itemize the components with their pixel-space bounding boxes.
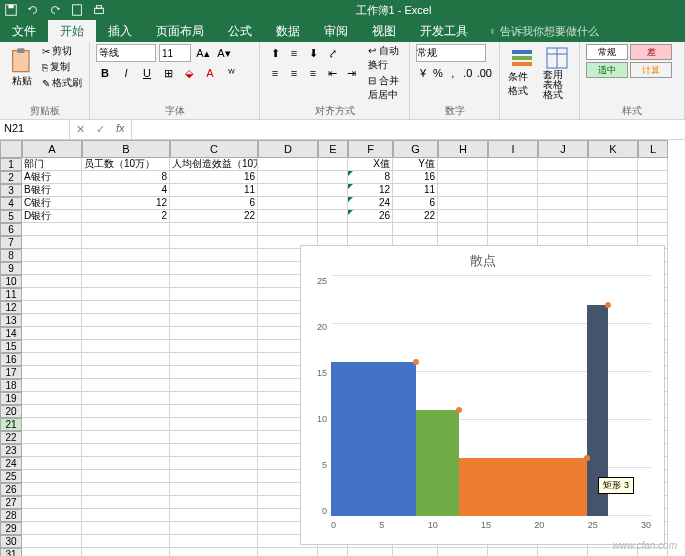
cell[interactable] (82, 392, 170, 405)
row-header[interactable]: 7 (0, 236, 22, 249)
phonetic-button[interactable]: ᵂ (222, 64, 240, 82)
cell[interactable] (22, 301, 82, 314)
cell[interactable] (22, 366, 82, 379)
cell[interactable] (170, 522, 258, 535)
cut-button[interactable]: ✂剪切 (42, 44, 82, 58)
cell[interactable]: 12 (82, 197, 170, 210)
cell[interactable] (22, 509, 82, 522)
cell[interactable] (82, 366, 170, 379)
align-center-button[interactable]: ≡ (285, 64, 303, 82)
chart-scatter-point[interactable] (456, 407, 462, 413)
col-header-A[interactable]: A (22, 140, 82, 158)
align-middle-button[interactable]: ≡ (285, 44, 303, 62)
cell[interactable]: 2 (82, 210, 170, 223)
cell[interactable] (170, 535, 258, 548)
cell[interactable] (22, 288, 82, 301)
cell[interactable] (488, 197, 538, 210)
cell[interactable] (82, 496, 170, 509)
cell[interactable] (393, 548, 438, 556)
cell[interactable] (170, 262, 258, 275)
col-header-H[interactable]: H (438, 140, 488, 158)
cell[interactable] (318, 184, 348, 197)
indent-dec-button[interactable]: ⇤ (323, 64, 341, 82)
cell[interactable] (638, 171, 668, 184)
cell[interactable] (22, 431, 82, 444)
cell[interactable] (82, 262, 170, 275)
tab-formulas[interactable]: 公式 (216, 20, 264, 42)
cell[interactable] (588, 223, 638, 236)
name-box[interactable]: N21 (0, 120, 70, 139)
row-header[interactable]: 23 (0, 444, 22, 457)
cell[interactable] (438, 171, 488, 184)
row-header[interactable]: 20 (0, 405, 22, 418)
cell[interactable] (393, 223, 438, 236)
cell[interactable] (258, 184, 318, 197)
cell[interactable] (170, 379, 258, 392)
row-header[interactable]: 18 (0, 379, 22, 392)
cell[interactable]: 11 (393, 184, 438, 197)
row-header[interactable]: 31 (0, 548, 22, 556)
chart-scatter-point[interactable] (584, 455, 590, 461)
cell[interactable] (170, 314, 258, 327)
row-header[interactable]: 19 (0, 392, 22, 405)
tell-me-search[interactable]: ♀ 告诉我你想要做什么 (480, 20, 607, 42)
row-header[interactable]: 12 (0, 301, 22, 314)
cell[interactable] (22, 457, 82, 470)
align-left-button[interactable]: ≡ (266, 64, 284, 82)
cell[interactable] (438, 197, 488, 210)
row-header[interactable]: 24 (0, 457, 22, 470)
cell[interactable] (82, 275, 170, 288)
row-header[interactable]: 11 (0, 288, 22, 301)
cell[interactable] (82, 236, 170, 249)
copy-button[interactable]: ⎘复制 (42, 60, 82, 74)
cell[interactable]: 26 (348, 210, 393, 223)
cell[interactable] (82, 314, 170, 327)
cell[interactable] (438, 158, 488, 171)
cell[interactable] (170, 509, 258, 522)
undo-icon[interactable] (26, 3, 40, 17)
align-right-button[interactable]: ≡ (304, 64, 322, 82)
cell[interactable] (82, 509, 170, 522)
cell[interactable] (170, 223, 258, 236)
underline-button[interactable]: U (138, 64, 156, 82)
chart-bar[interactable] (416, 410, 459, 516)
row-header[interactable]: 10 (0, 275, 22, 288)
cell[interactable] (170, 483, 258, 496)
cell[interactable] (488, 184, 538, 197)
cell[interactable] (258, 548, 318, 556)
cell[interactable] (170, 457, 258, 470)
currency-button[interactable]: ¥ (416, 64, 430, 82)
cancel-formula-button[interactable]: ✕ (70, 120, 90, 139)
cell[interactable] (318, 158, 348, 171)
row-header[interactable]: 1 (0, 158, 22, 171)
col-header-G[interactable]: G (393, 140, 438, 158)
cell[interactable] (82, 522, 170, 535)
cell[interactable]: 22 (393, 210, 438, 223)
row-header[interactable]: 5 (0, 210, 22, 223)
cell[interactable] (170, 301, 258, 314)
cell[interactable] (170, 392, 258, 405)
row-header[interactable]: 4 (0, 197, 22, 210)
cell[interactable] (22, 405, 82, 418)
cell[interactable] (170, 366, 258, 379)
border-button[interactable]: ⊞ (159, 64, 177, 82)
row-header[interactable]: 8 (0, 249, 22, 262)
style-good[interactable]: 适中 (586, 62, 628, 78)
cell[interactable]: 8 (348, 171, 393, 184)
cell[interactable] (82, 470, 170, 483)
cell[interactable] (318, 171, 348, 184)
cell[interactable] (170, 548, 258, 556)
cell[interactable] (22, 392, 82, 405)
col-header-J[interactable]: J (538, 140, 588, 158)
style-bad[interactable]: 差 (630, 44, 672, 60)
cell[interactable]: 16 (170, 171, 258, 184)
cell[interactable] (258, 197, 318, 210)
cell[interactable] (22, 379, 82, 392)
cell[interactable] (348, 223, 393, 236)
cell[interactable]: X值 (348, 158, 393, 171)
cell[interactable] (170, 496, 258, 509)
cell[interactable] (638, 210, 668, 223)
row-header[interactable]: 21 (0, 418, 22, 431)
cell[interactable] (488, 223, 538, 236)
style-calc[interactable]: 计算 (630, 62, 672, 78)
